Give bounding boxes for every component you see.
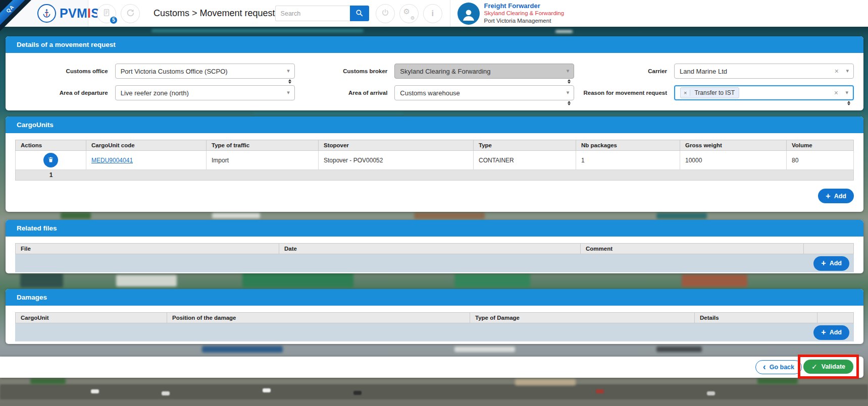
select-handle-icon [568,101,571,105]
photo-blob [656,346,702,352]
add-damage-button[interactable]: + Add [813,325,849,340]
photo-blob [30,378,66,384]
column-header: CargoUnit code [86,140,207,151]
photo-blob [263,388,271,392]
cell-gross-weight: 10000 [680,151,787,170]
go-back-button[interactable]: ‹ Go back [755,360,802,374]
related-files-title: Related files [6,220,863,237]
cell-volume: 80 [787,151,854,170]
cargo-unit-link[interactable]: MEDU9004041 [91,157,133,164]
chevron-down-icon: ▾ [287,68,290,74]
power-button[interactable] [376,4,395,23]
documents-button[interactable]: 5 [97,4,116,23]
remove-tag-icon[interactable]: × [681,90,690,96]
photo-blob [596,389,604,393]
select-handle-icon [568,79,571,84]
photo-blob [61,212,91,219]
area-of-departure-select[interactable]: Live reefer zone (north) ▾ [115,85,295,100]
clear-icon[interactable]: × [834,89,838,97]
user-info: Freight Forwarder Skyland Clearing & For… [484,3,868,25]
cargo-units-title: CargoUnits [6,117,863,133]
chevron-down-icon: ▾ [567,89,570,96]
cell-nb-packages: 1 [576,151,680,170]
cargo-units-table: Actions CargoUnit code Type of traffic S… [15,140,854,170]
cell-type-of-traffic: Import [207,151,319,170]
search-input[interactable] [275,6,350,21]
chevron-down-icon: ▾ [845,89,848,96]
column-header: Gross weight [680,140,787,151]
trash-icon [47,156,54,164]
delete-button[interactable] [43,153,58,167]
cargo-units-section: CargoUnits Actions CargoUnit code Type o… [6,117,863,212]
photo-blob [212,213,260,218]
photo-blob [0,384,868,399]
column-header: Position of the damage [167,313,470,323]
customs-broker-label: Customs broker [295,68,395,74]
notification-badge: 5 [109,16,118,25]
user-avatar[interactable] [457,3,480,25]
photo-blob [454,346,515,352]
photo-blob [242,273,353,287]
customs-broker-select: Skyland Clearing & Forwarding ▾ [394,64,574,79]
power-icon [381,8,390,19]
gear-icon: ⚙ ⚙ [403,8,415,19]
column-header: Type of traffic [207,140,319,151]
refresh-icon [126,8,135,19]
column-header: Date [279,244,581,254]
area-of-departure-label: Area of departure [15,90,115,96]
column-header: Comment [581,244,804,254]
photo-blob [162,391,170,395]
table-row: MEDU9004041 Import Stopover - POV00052 C… [16,151,854,170]
refresh-button[interactable] [121,4,140,23]
brand-name: PVMIS [60,6,99,21]
column-header: Details [695,313,818,323]
add-cargo-unit-button[interactable]: + Add [818,189,854,203]
photo-blob [707,391,715,395]
details-section: Details of a movement request Customs of… [6,36,863,110]
area-of-arrival-select[interactable]: Customs warehouse ▾ [394,85,574,100]
settings-button[interactable]: ⚙ ⚙ [399,4,419,23]
reason-label: Reason for movement request [574,90,674,96]
photo-blob [656,213,707,219]
carrier-select[interactable]: Land Marine Ltd × ▾ [674,64,854,79]
column-header: Type of Damage [470,313,695,323]
column-header: File [16,244,279,254]
carrier-label: Carrier [574,68,674,74]
chevron-down-icon: ▾ [287,89,290,96]
info-icon: i [431,9,433,18]
table-header-row: CargoUnit Position of the damage Type of… [16,313,854,323]
photo-blob [757,378,798,384]
customs-office-select[interactable]: Port Victoria Customs Office (SCPO) ▾ [115,64,295,79]
customs-office-label: Customs office [15,68,115,74]
damages-table: CargoUnit Position of the damage Type of… [15,312,854,323]
info-button[interactable]: i [423,4,442,23]
clear-icon[interactable]: × [835,67,839,75]
app-header: PVMIS 5 Customs > Movement request [0,0,868,27]
photo-blob [116,275,177,286]
table-header-row: Actions CargoUnit code Type of traffic S… [16,140,854,151]
validate-button[interactable]: ✓ Validate [803,360,853,374]
select-handle-icon [288,79,291,84]
row-count: 1 [16,171,86,179]
photo-blob [20,273,63,287]
related-files-section: Related files File Date Comment + Add [6,220,863,273]
column-header: Type [474,140,576,151]
photo-blob [515,379,576,385]
person-icon [460,7,477,25]
chevron-down-icon: ▾ [567,68,570,74]
photo-blob [202,346,283,353]
user-organization: Port Victoria Management [484,17,868,25]
cell-type: CONTAINER [474,151,576,170]
qa-corner: QA [0,0,31,31]
blank-header-cell [804,244,854,254]
add-file-button[interactable]: + Add [813,256,849,271]
search-button[interactable] [350,6,369,21]
select-handle-icon [847,101,850,105]
plus-icon: + [821,259,826,267]
header-divider [450,0,450,27]
reason-select[interactable]: × Transfer to IST × ▾ [674,85,854,100]
page-title: Customs > Movement request [154,8,275,19]
table-footer: 1 [15,170,854,181]
column-header: Stopover [319,140,474,151]
table-header-row: File Date Comment [16,244,854,254]
